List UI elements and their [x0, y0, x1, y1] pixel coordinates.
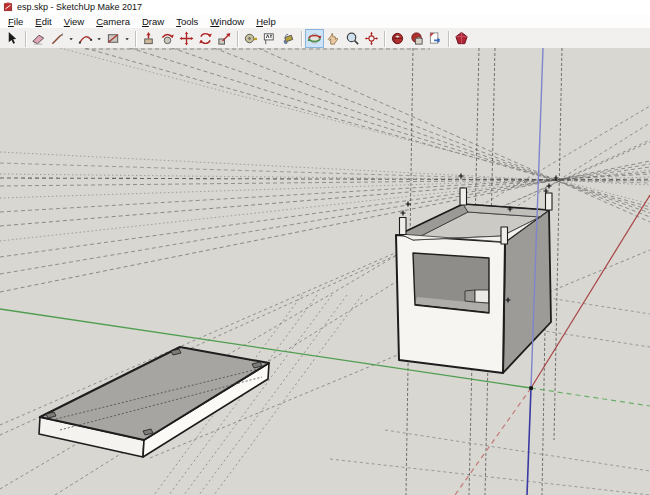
toolbar-separator	[237, 31, 238, 47]
window-title: esp.skp - SketchUp Make 2017	[17, 2, 142, 12]
axes-origin	[529, 386, 533, 390]
menu-bar: FileEditViewCameraDrawToolsWindowHelp	[0, 14, 650, 28]
share-model-tool[interactable]	[426, 29, 445, 48]
tape-measure-tool[interactable]	[241, 29, 260, 48]
menu-item-file[interactable]: File	[2, 15, 29, 28]
toolbar-separator	[25, 31, 26, 47]
menu-item-edit[interactable]: Edit	[29, 15, 57, 28]
app-icon	[3, 2, 13, 12]
menu-item-tools[interactable]: Tools	[170, 15, 204, 28]
extension-warehouse-tool[interactable]	[452, 29, 471, 48]
zoom-extents-tool[interactable]	[362, 29, 381, 48]
arc-tool[interactable]	[76, 29, 95, 48]
rotate-tool[interactable]	[196, 29, 215, 48]
select-tool[interactable]	[3, 29, 22, 48]
push-pull-tool[interactable]	[139, 29, 158, 48]
toolbar-separator	[135, 31, 136, 47]
3d-warehouse-tool[interactable]	[388, 29, 407, 48]
window-titlebar[interactable]: esp.skp - SketchUp Make 2017	[0, 0, 650, 14]
window-connector	[465, 290, 489, 303]
drawing-canvas[interactable]	[0, 48, 650, 495]
toolbar	[0, 28, 650, 50]
arc-dropdown-icon[interactable]	[95, 29, 104, 48]
toolbar-separator	[448, 31, 449, 47]
get-models-tool[interactable]	[407, 29, 426, 48]
eraser-tool[interactable]	[29, 29, 48, 48]
text-tool[interactable]	[260, 29, 279, 48]
pan-tool[interactable]	[324, 29, 343, 48]
move-tool[interactable]	[177, 29, 196, 48]
toolbar-separator	[301, 31, 302, 47]
menu-item-view[interactable]: View	[58, 15, 90, 28]
zoom-tool[interactable]	[343, 29, 362, 48]
orbit-tool[interactable]	[305, 29, 324, 48]
menu-item-camera[interactable]: Camera	[90, 15, 136, 28]
menu-item-window[interactable]: Window	[204, 15, 250, 28]
menu-item-help[interactable]: Help	[250, 15, 282, 28]
paint-bucket-tool[interactable]	[279, 29, 298, 48]
toolbar-separator	[384, 31, 385, 47]
rectangle-dropdown-icon[interactable]	[123, 29, 132, 48]
line-dropdown-icon[interactable]	[67, 29, 76, 48]
rectangle-tool[interactable]	[104, 29, 123, 48]
sketchup-window: esp.skp - SketchUp Make 2017 FileEditVie…	[0, 0, 650, 495]
follow-me-tool[interactable]	[158, 29, 177, 48]
line-tool[interactable]	[48, 29, 67, 48]
scale-tool[interactable]	[215, 29, 234, 48]
menu-item-draw[interactable]: Draw	[136, 15, 170, 28]
